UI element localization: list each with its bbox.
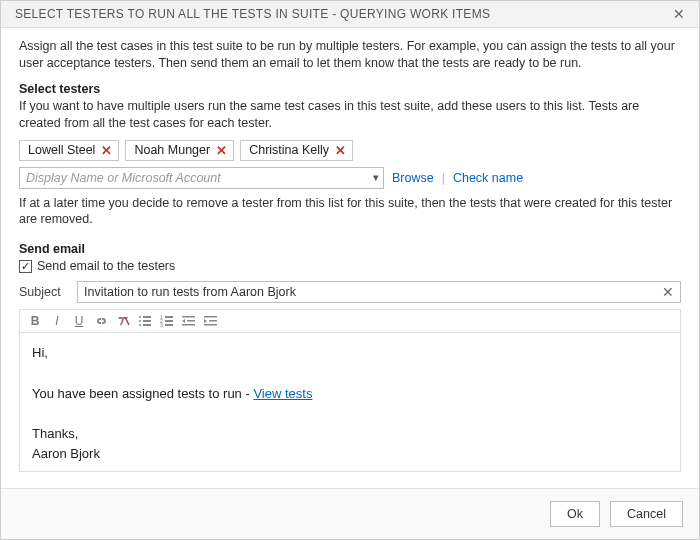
- chevron-down-icon[interactable]: ▾: [373, 171, 379, 184]
- number-list-button[interactable]: 123: [160, 315, 174, 327]
- svg-rect-4: [143, 320, 151, 322]
- tester-chip-name: Noah Munger: [134, 143, 210, 157]
- svg-rect-6: [143, 324, 151, 326]
- ok-button[interactable]: Ok: [550, 501, 600, 527]
- svg-rect-17: [209, 320, 217, 322]
- email-greeting: Hi,: [32, 343, 668, 363]
- editor-toolbar: B I U 123: [19, 309, 681, 332]
- tester-chip[interactable]: Christina Kelly ✕: [240, 140, 353, 161]
- svg-rect-16: [204, 316, 217, 318]
- remove-tester-icon[interactable]: ✕: [333, 143, 348, 158]
- svg-rect-10: [165, 320, 173, 322]
- clear-format-button[interactable]: [116, 315, 130, 327]
- send-email-section: Send email ✓ Send email to the testers S…: [19, 242, 681, 472]
- send-email-checkbox-row[interactable]: ✓ Send email to the testers: [19, 259, 681, 273]
- remove-tester-note: If at a later time you decide to remove …: [19, 195, 681, 229]
- email-assign-line: You have been assigned tests to run - Vi…: [32, 384, 668, 404]
- assign-testers-dialog: SELECT TESTERS TO RUN ALL THE TESTS IN S…: [0, 0, 700, 540]
- tester-chip-name: Lowell Steel: [28, 143, 95, 157]
- link-separator: |: [442, 171, 445, 185]
- svg-rect-15: [182, 324, 195, 326]
- bullet-list-button[interactable]: [138, 315, 152, 327]
- svg-rect-18: [204, 324, 217, 326]
- tester-chip-list: Lowell Steel ✕ Noah Munger ✕ Christina K…: [19, 140, 681, 161]
- subject-value: Invitation to run tests from Aaron Bjork: [84, 285, 296, 299]
- svg-rect-13: [182, 316, 195, 318]
- svg-text:3: 3: [160, 322, 163, 327]
- svg-point-1: [139, 316, 141, 318]
- view-tests-link[interactable]: View tests: [253, 386, 312, 401]
- svg-rect-8: [165, 316, 173, 318]
- tester-search-input[interactable]: Display Name or Microsoft Account ▾: [19, 167, 384, 189]
- subject-input[interactable]: Invitation to run tests from Aaron Bjork…: [77, 281, 681, 303]
- select-testers-heading: Select testers: [19, 82, 681, 96]
- dialog-footer: Ok Cancel: [1, 488, 699, 539]
- email-signoff: Thanks,: [32, 424, 668, 444]
- tester-picker-row: Display Name or Microsoft Account ▾ Brow…: [19, 167, 681, 189]
- link-button[interactable]: [94, 315, 108, 327]
- indent-button[interactable]: [204, 315, 218, 327]
- intro-text: Assign all the test cases in this test s…: [19, 38, 681, 72]
- dialog-title: SELECT TESTERS TO RUN ALL THE TESTS IN S…: [15, 7, 490, 21]
- dialog-content: Assign all the test cases in this test s…: [1, 28, 699, 488]
- tester-search-placeholder: Display Name or Microsoft Account: [26, 171, 221, 185]
- email-line-prefix: You have been assigned tests to run -: [32, 386, 253, 401]
- remove-tester-icon[interactable]: ✕: [99, 143, 114, 158]
- tester-chip-name: Christina Kelly: [249, 143, 329, 157]
- italic-button[interactable]: I: [50, 314, 64, 328]
- svg-point-3: [139, 320, 141, 322]
- svg-rect-2: [143, 316, 151, 318]
- subject-label: Subject: [19, 285, 67, 299]
- titlebar: SELECT TESTERS TO RUN ALL THE TESTS IN S…: [1, 1, 699, 28]
- underline-button[interactable]: U: [72, 314, 86, 328]
- close-icon[interactable]: ✕: [669, 7, 689, 21]
- outdent-button[interactable]: [182, 315, 196, 327]
- clear-subject-icon[interactable]: ✕: [660, 284, 676, 300]
- bold-button[interactable]: B: [28, 314, 42, 328]
- tester-chip[interactable]: Lowell Steel ✕: [19, 140, 119, 161]
- select-testers-desc: If you want to have multiple users run t…: [19, 98, 681, 132]
- svg-point-5: [139, 324, 141, 326]
- send-email-checkbox[interactable]: ✓: [19, 260, 32, 273]
- check-name-link[interactable]: Check name: [453, 171, 523, 185]
- email-sender-name: Aaron Bjork: [32, 444, 668, 464]
- cancel-button[interactable]: Cancel: [610, 501, 683, 527]
- svg-rect-12: [165, 324, 173, 326]
- svg-rect-14: [187, 320, 195, 322]
- remove-tester-icon[interactable]: ✕: [214, 143, 229, 158]
- tester-chip[interactable]: Noah Munger ✕: [125, 140, 234, 161]
- send-email-heading: Send email: [19, 242, 681, 256]
- email-body-editor[interactable]: Hi, You have been assigned tests to run …: [19, 332, 681, 472]
- subject-row: Subject Invitation to run tests from Aar…: [19, 281, 681, 303]
- send-email-checkbox-label: Send email to the testers: [37, 259, 175, 273]
- browse-link[interactable]: Browse: [392, 171, 434, 185]
